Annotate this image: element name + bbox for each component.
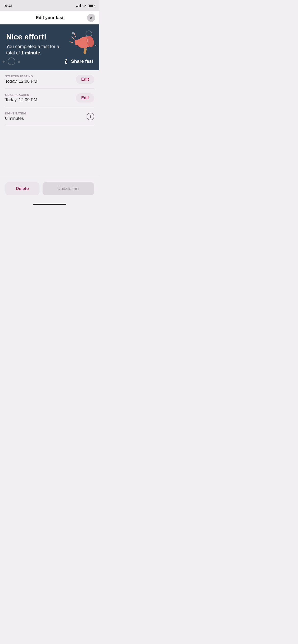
svg-point-0 [84, 7, 85, 7]
status-bar: 9:41 [0, 0, 99, 11]
night-eating-info-button[interactable]: i [87, 113, 94, 120]
edit-goal-label: Edit [81, 96, 89, 100]
status-time: 9:41 [5, 4, 13, 8]
home-indicator [0, 198, 99, 207]
delete-label: Delete [16, 186, 29, 191]
started-fasting-value: Today, 12:08 PM [5, 79, 76, 84]
night-eating-row: NIGHT EATING 0 minutes i [5, 107, 94, 126]
home-bar [33, 204, 66, 205]
update-label: Update fast [57, 186, 79, 191]
goal-reached-value: Today, 12:09 PM [5, 97, 76, 103]
page-title: Edit your fast [36, 15, 64, 20]
deco-dot [18, 61, 20, 63]
share-fast-button[interactable]: Share fast [63, 58, 93, 64]
megaphone-illustration [67, 30, 95, 58]
svg-line-2 [70, 42, 73, 43]
signal-icon [76, 4, 81, 7]
edit-start-button[interactable]: Edit [76, 75, 94, 84]
share-icon [63, 58, 69, 64]
share-fast-label: Share fast [71, 59, 93, 64]
content-spacer [5, 126, 94, 177]
goal-reached-label: GOAL REACHED [5, 93, 76, 96]
svg-line-3 [74, 33, 75, 37]
started-fasting-row: STARTED FASTING Today, 12:08 PM Edit [5, 70, 94, 89]
info-icon: i [90, 114, 91, 119]
started-fasting-label: STARTED FASTING [5, 75, 76, 78]
goal-reached-row: GOAL REACHED Today, 12:09 PM Edit [5, 89, 94, 107]
celebration-banner: Nice effort! You completed a fast for a … [0, 24, 99, 70]
bottom-actions: Delete Update fast [0, 177, 99, 198]
night-eating-text: NIGHT EATING 0 minutes [5, 112, 87, 121]
night-eating-label: NIGHT EATING [5, 112, 87, 115]
battery-icon [88, 4, 94, 7]
started-fasting-text: STARTED FASTING Today, 12:08 PM [5, 75, 76, 84]
update-fast-button[interactable]: Update fast [43, 182, 94, 195]
status-icons [76, 4, 94, 7]
night-eating-value: 0 minutes [5, 116, 87, 121]
header: Edit your fast [0, 11, 99, 24]
edit-start-label: Edit [81, 77, 89, 82]
deco-dot [3, 61, 5, 63]
svg-rect-9 [65, 61, 67, 64]
svg-rect-7 [83, 48, 87, 54]
deco-circle [8, 57, 15, 65]
svg-line-1 [72, 37, 74, 39]
close-button[interactable] [87, 14, 95, 22]
wifi-icon [82, 4, 86, 7]
edit-goal-button[interactable]: Edit [76, 93, 94, 103]
delete-button[interactable]: Delete [5, 182, 39, 195]
goal-reached-text: GOAL REACHED Today, 12:09 PM [5, 93, 76, 103]
fast-details: STARTED FASTING Today, 12:08 PM Edit GOA… [0, 70, 99, 177]
banner-subtext: You completed a fast for a total of 1 mi… [6, 43, 62, 56]
